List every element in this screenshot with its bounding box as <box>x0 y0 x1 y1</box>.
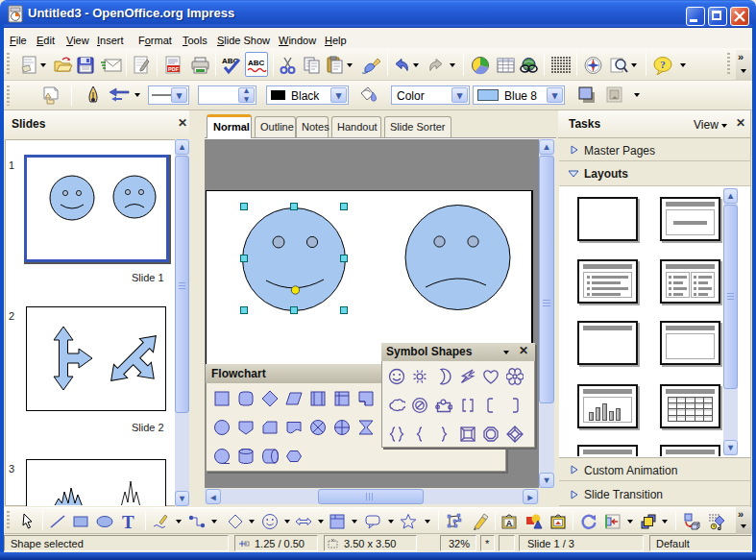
svg-text:ABC: ABC <box>248 59 265 67</box>
svg-text:A: A <box>506 519 513 528</box>
svg-text:PDF: PDF <box>168 66 180 72</box>
svg-text:?: ? <box>660 59 666 70</box>
